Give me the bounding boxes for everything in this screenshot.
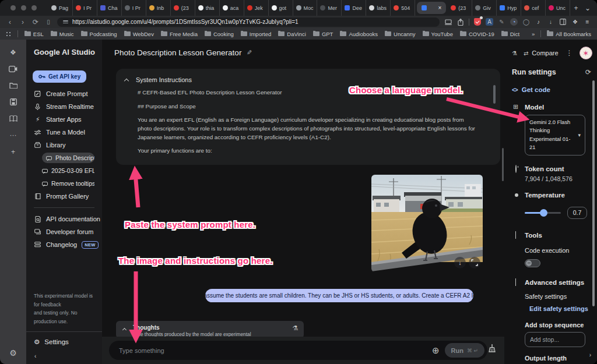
- bookmark-folder[interactable]: DaVinci: [278, 31, 306, 37]
- folder-tab-icon[interactable]: [9, 82, 17, 89]
- extension-music-icon[interactable]: ♪: [535, 18, 542, 26]
- add-attachment-icon[interactable]: ⊕: [432, 346, 440, 355]
- browser-tab[interactable]: (23 ×: [171, 0, 195, 16]
- browser-tab[interactable]: (23 ×: [448, 0, 472, 16]
- bookmark-folder[interactable]: YouTube: [423, 31, 453, 37]
- get-api-key-button[interactable]: Get API key: [33, 70, 86, 83]
- window-zoom-button[interactable]: [31, 5, 37, 10]
- sidebar-item-changelog[interactable]: Changelog NEW: [26, 238, 102, 251]
- prompt-beaker-icon[interactable]: ⚗: [512, 50, 517, 56]
- browser-tab[interactable]: thia ×: [195, 0, 220, 16]
- adblock-shield-icon[interactable]: [474, 18, 481, 26]
- sidebar-item-library-child[interactable]: Remove tooltips: [26, 177, 102, 190]
- bookmark-icon[interactable]: ▯: [44, 19, 52, 25]
- sidebar-item-library-child-active[interactable]: Photo Description Les...: [26, 151, 102, 164]
- window-minimize-button[interactable]: [21, 5, 26, 10]
- save-icon[interactable]: [10, 98, 17, 105]
- bookmarks-overflow-icon[interactable]: »: [532, 31, 535, 37]
- browser-tab[interactable]: got ×: [269, 0, 293, 16]
- collapse-chevron-icon[interactable]: [124, 78, 129, 83]
- extension-translate-icon[interactable]: A: [486, 18, 493, 26]
- cast-laptop-icon[interactable]: [444, 18, 452, 26]
- tools-collapse-chevron-icon[interactable]: [515, 231, 516, 239]
- browser-tab[interactable]: I Pr ×: [122, 0, 146, 16]
- more-icon[interactable]: ···: [10, 132, 17, 139]
- photo-attachment-crow[interactable]: ↓: [371, 175, 483, 272]
- all-bookmarks-button[interactable]: All Bookmarks: [547, 31, 591, 37]
- share-icon[interactable]: [456, 18, 464, 26]
- forward-icon[interactable]: ›: [19, 19, 27, 26]
- reload-icon[interactable]: ⟳: [31, 19, 40, 26]
- sidebar-item-create-prompt[interactable]: Create Prompt: [26, 87, 102, 100]
- main-scrollbar[interactable]: [502, 148, 504, 181]
- strip-settings-gear-icon[interactable]: ⚙: [9, 349, 17, 357]
- apps-grid-icon[interactable]: [6, 31, 11, 37]
- sidebar-item-library[interactable]: Library: [26, 139, 102, 151]
- browser-tab[interactable]: Pag ×: [48, 0, 73, 16]
- browser-tab[interactable]: Hyp ×: [497, 0, 521, 16]
- sidebar-item-starter-apps[interactable]: ⚡ Starter Apps: [26, 113, 102, 126]
- slider-thumb[interactable]: [540, 209, 547, 217]
- sidebar-item-prompt-gallery[interactable]: Prompt Gallery: [26, 190, 102, 203]
- sparkle-icon[interactable]: ❖: [10, 49, 16, 56]
- prompt-input-bar[interactable]: ⊕ Run ⌘ ↵: [109, 341, 487, 360]
- sidebar-item-library-child[interactable]: 2025-03-09 EFL&JFL...: [26, 164, 102, 177]
- new-tab-button[interactable]: +: [570, 4, 582, 12]
- browser-tab[interactable]: Dee ×: [342, 0, 366, 16]
- sidebar-collapse-chevron-icon[interactable]: ‹: [26, 347, 102, 359]
- back-icon[interactable]: ‹: [6, 19, 14, 26]
- bookmark-folder[interactable]: Imported: [241, 31, 272, 37]
- tab-overflow-chevron-icon[interactable]: ⌄: [582, 4, 594, 12]
- thoughts-panel[interactable]: Thoughts *The thoughts produced by the m…: [116, 321, 304, 338]
- bookmark-folder[interactable]: Cooking: [205, 31, 234, 37]
- address-box[interactable]: https://aistudio.google.com/u/4/prompts/…: [57, 17, 440, 27]
- compare-button[interactable]: ⇄ Compare: [524, 50, 559, 56]
- bookmark-folder[interactable]: Uncanny: [385, 31, 416, 37]
- browser-tab[interactable]: Unc ×: [546, 0, 570, 16]
- sidebar-item-dev-forum[interactable]: Developer forum: [26, 225, 102, 238]
- reading-list-icon[interactable]: [559, 18, 567, 26]
- bookmark-folder[interactable]: ESL: [24, 31, 44, 37]
- panel-scrollbar[interactable]: [592, 80, 595, 306]
- bookmark-folder[interactable]: Dict: [501, 31, 519, 37]
- sidebar-item-stream-realtime[interactable]: Stream Realtime: [26, 100, 102, 113]
- panel-collapse-chevron-icon[interactable]: ›: [589, 352, 591, 358]
- model-selector[interactable]: Gemini 2.0 Flash Thinking Experimental 0…: [525, 115, 585, 156]
- temperature-slider[interactable]: [525, 212, 561, 214]
- system-instructions-text[interactable]: # CEFR-Based EFL Photo Description Lesso…: [138, 89, 489, 156]
- sidebar-item-tune-model[interactable]: Tune a Model: [26, 126, 102, 139]
- browser-tab[interactable]: cef ×: [521, 0, 546, 16]
- run-button[interactable]: Run ⌘ ↵: [445, 343, 484, 358]
- user-message-bubble[interactable]: Don't assume the students are small chil…: [205, 289, 473, 302]
- prompt-input[interactable]: [119, 347, 427, 354]
- browser-tab[interactable]: Jek ×: [244, 0, 269, 16]
- bookmark-folder[interactable]: COVID-19: [460, 31, 494, 37]
- browser-tab[interactable]: Mer ×: [317, 0, 342, 16]
- browser-tab[interactable]: Cha ×: [97, 0, 122, 16]
- url-text[interactable]: https://aistudio.google.com/u/4/prompts/…: [72, 19, 298, 25]
- browser-tab[interactable]: Giv ×: [472, 0, 497, 16]
- edit-title-icon[interactable]: ✎: [247, 49, 252, 56]
- account-avatar[interactable]: ✶: [580, 47, 592, 59]
- browser-tab[interactable]: I Pr ×: [73, 0, 97, 16]
- bookmark-folder[interactable]: Audiobooks: [340, 31, 378, 37]
- stop-sequence-input[interactable]: [525, 332, 585, 347]
- advanced-collapse-chevron-icon[interactable]: [515, 278, 516, 286]
- browser-tab[interactable]: Moc ×: [293, 0, 318, 16]
- card-scrollbar[interactable]: [493, 85, 496, 104]
- sidebar-item-api-docs[interactable]: API documentation: [26, 213, 102, 225]
- code-execution-toggle[interactable]: [525, 259, 540, 267]
- extension-session-icon[interactable]: ◔: [510, 18, 518, 26]
- bookmark-folder[interactable]: WebDev: [124, 31, 154, 37]
- browser-tab[interactable]: ×: [417, 2, 446, 14]
- get-code-button[interactable]: <> Get code: [512, 86, 597, 93]
- extension-clipper-icon[interactable]: ✎: [498, 18, 505, 26]
- site-settings-icon[interactable]: [63, 20, 68, 23]
- bookmark-folder[interactable]: Podcasting: [81, 31, 117, 37]
- camera-icon[interactable]: [9, 66, 17, 72]
- extension-ghost-icon[interactable]: ◯: [522, 18, 530, 26]
- temperature-value[interactable]: 0.7: [567, 207, 587, 219]
- downloads-icon[interactable]: ↓: [547, 18, 554, 26]
- browser-tab[interactable]: 504 ×: [391, 0, 415, 16]
- browser-menu-icon[interactable]: ≡: [584, 18, 591, 26]
